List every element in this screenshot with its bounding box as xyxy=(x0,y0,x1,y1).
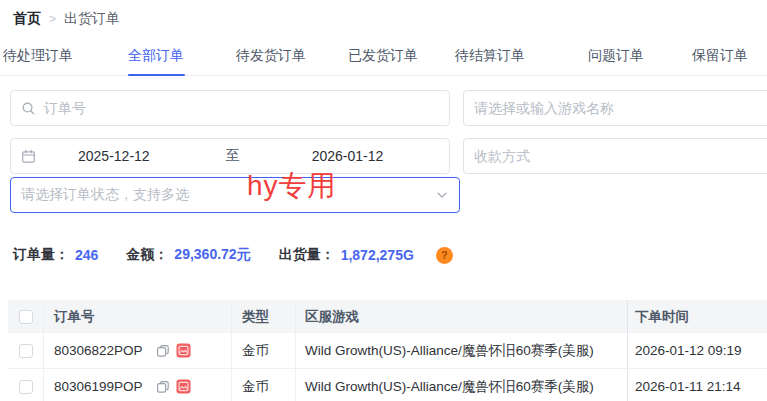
copy-icon[interactable] xyxy=(156,380,170,394)
order-number-input-wrap[interactable] xyxy=(10,90,450,126)
order-number-input[interactable] xyxy=(44,100,439,116)
tab-to-ship-orders[interactable]: 待发货订单 xyxy=(236,47,306,65)
order-time-value: 2026-01-12 09:19 xyxy=(627,333,767,368)
order-number-value: 80306199POP xyxy=(54,379,143,394)
volume-value: 1,872,275G xyxy=(341,247,414,263)
copy-icon[interactable] xyxy=(156,344,170,358)
date-end-value[interactable]: 2026-01-12 xyxy=(312,148,384,164)
server-game-value: Wild Growth(US)-Alliance/魔兽怀旧60赛季(美服) xyxy=(296,369,627,401)
breadcrumb-home[interactable]: 首页 xyxy=(13,10,41,28)
header-order-time: 下单时间 xyxy=(627,300,767,333)
calendar-icon xyxy=(21,149,36,164)
order-status-multiselect[interactable]: 请选择订单状态，支持多选 xyxy=(10,177,460,213)
help-question-icon[interactable]: ? xyxy=(436,247,453,264)
active-tab-underline xyxy=(128,74,185,76)
game-name-input[interactable] xyxy=(474,100,767,116)
search-icon xyxy=(21,101,36,116)
breadcrumb-current: 出货订单 xyxy=(64,10,120,28)
order-status-placeholder: 请选择订单状态，支持多选 xyxy=(21,186,435,204)
date-range-picker[interactable]: 2025-12-12 至 2026-01-12 xyxy=(10,138,450,174)
volume-label: 出货量： xyxy=(279,246,335,264)
row-checkbox[interactable] xyxy=(19,380,33,394)
breadcrumb: 首页 > 出货订单 xyxy=(13,10,120,28)
order-time-value: 2026-01-11 21:14 xyxy=(627,369,767,401)
payment-method-input[interactable] xyxy=(474,148,767,164)
table-row[interactable]: 80306199POP 金币 Wild Growth(US)-Alliance/… xyxy=(8,369,767,401)
row-checkbox[interactable] xyxy=(19,344,33,358)
payment-method-select[interactable] xyxy=(463,138,767,174)
tab-pending-orders[interactable]: 待处理订单 xyxy=(3,47,73,65)
header-server-game: 区服游戏 xyxy=(296,300,627,333)
date-range-separator: 至 xyxy=(226,147,240,165)
header-type: 类型 xyxy=(232,300,296,333)
summary-stats-bar: 订单量： 246 金额： 29,360.72元 出货量： 1,872,275G … xyxy=(13,246,453,264)
tab-reserved-orders[interactable]: 保留订单 xyxy=(692,47,748,65)
tab-to-settle-orders[interactable]: 待结算订单 xyxy=(455,47,525,65)
tab-all-orders[interactable]: 全部订单 xyxy=(128,47,184,65)
breadcrumb-separator: > xyxy=(49,12,56,26)
screenshot-image-icon[interactable] xyxy=(176,379,191,394)
chevron-down-icon[interactable] xyxy=(435,188,449,202)
tab-problem-orders[interactable]: 问题订单 xyxy=(588,47,644,65)
order-count-value: 246 xyxy=(75,247,98,263)
order-management-page: 首页 > 出货订单 待处理订单 全部订单 待发货订单 已发货订单 待结算订单 问… xyxy=(0,0,767,401)
order-count-label: 订单量： xyxy=(13,246,69,264)
server-game-value: Wild Growth(US)-Alliance/魔兽怀旧60赛季(美服) xyxy=(296,333,627,368)
table-row[interactable]: 80306822POP 金币 Wild Growth(US)-Alliance/… xyxy=(8,333,767,369)
order-type-value: 金币 xyxy=(232,369,296,401)
amount-value: 29,360.72元 xyxy=(174,246,250,264)
order-tabs: 待处理订单 全部订单 待发货订单 已发货订单 待结算订单 问题订单 保留订单 xyxy=(0,45,767,76)
table-header-row: 订单号 类型 区服游戏 下单时间 xyxy=(8,300,767,333)
select-all-checkbox[interactable] xyxy=(19,310,33,324)
amount-label: 金额： xyxy=(126,246,168,264)
date-start-value[interactable]: 2025-12-12 xyxy=(78,148,150,164)
order-number-value: 80306822POP xyxy=(54,343,143,358)
game-name-input-wrap[interactable] xyxy=(463,90,767,126)
tab-shipped-orders[interactable]: 已发货订单 xyxy=(348,47,418,65)
order-type-value: 金币 xyxy=(232,333,296,368)
header-order-number: 订单号 xyxy=(44,300,232,333)
screenshot-image-icon[interactable] xyxy=(176,343,191,358)
orders-table: 订单号 类型 区服游戏 下单时间 80306822POP 金币 Wild Gro… xyxy=(8,300,767,401)
